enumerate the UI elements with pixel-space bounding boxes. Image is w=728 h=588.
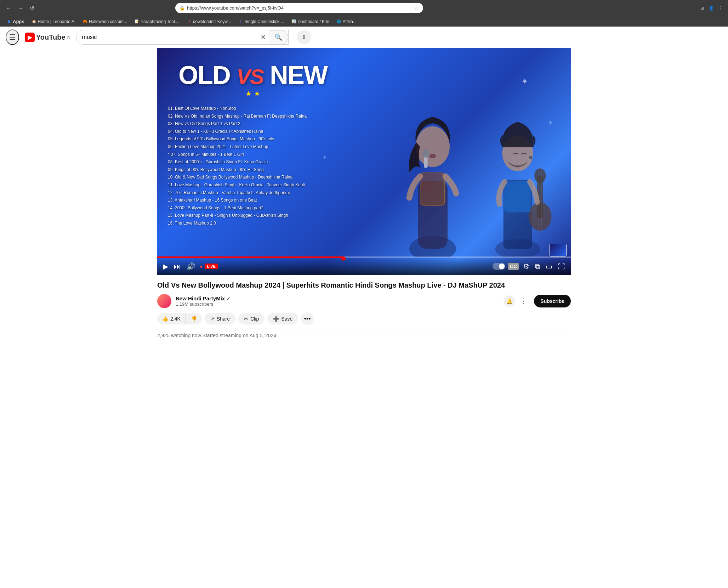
clip-label: Clip bbox=[250, 316, 259, 322]
forward-button[interactable]: → bbox=[16, 4, 25, 12]
affilia-favicon: 🌐 bbox=[336, 19, 341, 24]
back-button[interactable]: ← bbox=[4, 4, 13, 12]
bookmark-leonardo[interactable]: 🏠 Home | Leonardo.Ai bbox=[29, 18, 79, 25]
dashboard-label: Dashboard / Kite bbox=[297, 19, 329, 24]
bookmark-halloween[interactable]: 🎃 Halloween costum... bbox=[80, 18, 130, 25]
reload-button[interactable]: ↺ bbox=[28, 4, 36, 12]
mini-thumbnail-preview bbox=[550, 244, 567, 256]
bookmark-downloader[interactable]: ⬇ downloader: Keyw... bbox=[184, 18, 234, 25]
svg-point-7 bbox=[429, 154, 436, 158]
leonardo-favicon: 🏠 bbox=[32, 19, 36, 24]
bookmark-paraphrasing[interactable]: 📝 Paraphrasing Tool.... bbox=[131, 18, 182, 25]
youtube-page: ☰ ▶ YouTube IN ✕ 🔍 🎙 OLD VS NEW bbox=[0, 27, 728, 347]
candlestick-favicon: 🕯 bbox=[238, 19, 243, 24]
track-06: 06. Feeling Love Mashup 2021 - Latest Lo… bbox=[168, 143, 307, 151]
track-02: 02. New Vs Old Indian Songs Mashup - Raj… bbox=[168, 113, 307, 120]
share-button[interactable]: ↗ Share bbox=[205, 313, 235, 324]
lock-icon: 🔒 bbox=[180, 6, 185, 11]
bookmark-apps[interactable]: ⊞ Apps bbox=[4, 18, 27, 25]
page-content: OLD VS NEW ★ ★ 01. Best Of Love Mashup -… bbox=[152, 48, 576, 347]
watching-info: 2,925 watching now Started streaming on … bbox=[157, 328, 571, 341]
video-stars: ★ ★ bbox=[178, 89, 327, 98]
female-singer-svg bbox=[387, 87, 479, 257]
track-16: 16. The Love Mashup 2.0 bbox=[168, 220, 307, 227]
like-dislike-group: 👍 2.4K 👎 bbox=[157, 313, 202, 324]
skip-button[interactable]: ⏭ bbox=[172, 261, 182, 272]
like-count: 2.4K bbox=[170, 316, 181, 322]
search-input[interactable] bbox=[76, 31, 258, 43]
dashboard-favicon: 📊 bbox=[291, 19, 296, 24]
track-05: 05. Legends of 90's Bollywood Songs Mash… bbox=[168, 135, 307, 143]
sparkle-3: ✦ bbox=[323, 154, 327, 160]
nav-buttons: ← → ↺ bbox=[4, 4, 36, 12]
search-bar: ✕ 🔍 bbox=[76, 30, 289, 45]
track-07: * 07. Songs in 5+ Minutes - 1 Beat 1 Gir… bbox=[168, 151, 307, 159]
menu-icon[interactable]: ⋮ bbox=[717, 4, 724, 12]
apps-label: Apps bbox=[13, 19, 24, 24]
theatre-mode-button[interactable]: ▭ bbox=[544, 261, 554, 272]
youtube-header: ☰ ▶ YouTube IN ✕ 🔍 🎙 bbox=[0, 27, 728, 48]
paraphrasing-label: Paraphrasing Tool.... bbox=[141, 19, 180, 24]
youtube-logo[interactable]: ▶ YouTube IN bbox=[25, 33, 70, 42]
subtitles-button[interactable]: CC bbox=[508, 263, 519, 270]
notification-icon-wrap[interactable]: 🔔 bbox=[504, 295, 515, 307]
channel-avatar[interactable] bbox=[157, 294, 171, 308]
more-dots-icon: ••• bbox=[304, 315, 311, 323]
channel-row: New Hindi PartyMix ✓ 1.19M subscribers 🔔… bbox=[157, 294, 571, 308]
search-submit-button[interactable]: 🔍 bbox=[269, 30, 288, 44]
play-button[interactable]: ▶ bbox=[161, 261, 170, 272]
track-09: 09. Kings of 90's Bollywood Mashup -90's… bbox=[168, 166, 307, 174]
right-controls: CC ⚙ ⧉ ▭ ⛶ bbox=[493, 261, 567, 272]
video-title: Old Vs New Bollywood Mashup 2024 | Super… bbox=[157, 281, 571, 290]
fullscreen-button[interactable]: ⛶ bbox=[557, 261, 567, 272]
track-12: 12. 70's Romantic Mashup - Varsha Tripat… bbox=[168, 189, 307, 197]
volume-button[interactable]: 🔊 bbox=[185, 261, 197, 272]
hamburger-menu-button[interactable]: ☰ bbox=[6, 29, 19, 45]
like-button[interactable]: 👍 2.4K bbox=[157, 313, 186, 324]
address-bar[interactable]: 🔒 https://www.youtube.com/watch?v=_psj5t… bbox=[175, 3, 423, 13]
channel-more-button[interactable]: ⋮ bbox=[518, 296, 530, 306]
halloween-favicon: 🎃 bbox=[83, 19, 87, 24]
track-01: 01. Best Of Love Mashup - NonStop bbox=[168, 105, 307, 113]
video-controls: ▶ ⏭ 🔊 ● LIVE CC ⚙ ⧉ ▭ bbox=[157, 258, 571, 275]
save-button[interactable]: ➕ Save bbox=[267, 313, 298, 324]
youtube-logo-icon: ▶ bbox=[25, 33, 35, 42]
browser-nav-bar: ← → ↺ 🔒 https://www.youtube.com/watch?v=… bbox=[0, 0, 728, 16]
svg-point-6 bbox=[422, 149, 429, 158]
url-text: https://www.youtube.com/watch?v=_psj5t-k… bbox=[187, 5, 412, 11]
channel-buttons: 🔔 ⋮ bbox=[504, 295, 530, 307]
downloader-label: downloader: Keyw... bbox=[193, 19, 231, 24]
voice-search-button[interactable]: 🎙 bbox=[297, 30, 311, 44]
miniplayer-button[interactable]: ⧉ bbox=[534, 261, 541, 272]
search-clear-button[interactable]: ✕ bbox=[258, 33, 269, 41]
video-info: Old Vs New Bollywood Mashup 2024 | Super… bbox=[157, 275, 571, 347]
live-badge: LIVE bbox=[205, 264, 217, 269]
more-actions-button[interactable]: ••• bbox=[301, 312, 314, 325]
profile-icon[interactable]: 👤 bbox=[707, 4, 715, 12]
track-13: 13. Antakshari Mashup - 16 Songs on one … bbox=[168, 197, 307, 204]
star-icon[interactable]: ☆ bbox=[414, 5, 419, 11]
save-label: Save bbox=[281, 316, 292, 322]
channel-info: New Hindi PartyMix ✓ 1.19M subscribers bbox=[176, 295, 499, 307]
dislike-button[interactable]: 👎 bbox=[186, 313, 202, 324]
bookmark-dashboard[interactable]: 📊 Dashboard / Kite bbox=[288, 18, 332, 25]
channel-name-text[interactable]: New Hindi PartyMix bbox=[176, 295, 225, 301]
verified-badge: ✓ bbox=[226, 296, 231, 301]
svg-point-4 bbox=[416, 126, 450, 167]
settings-button[interactable]: ⚙ bbox=[522, 261, 531, 272]
share-icon: ↗ bbox=[210, 316, 215, 322]
clip-button[interactable]: ✂ Clip bbox=[238, 313, 265, 324]
subscribe-button[interactable]: Subscribe bbox=[534, 295, 571, 307]
channel-name: New Hindi PartyMix ✓ bbox=[176, 295, 499, 301]
bookmark-candlestick[interactable]: 🕯 Single Candlestick.... bbox=[235, 18, 287, 25]
apps-favicon: ⊞ bbox=[6, 19, 11, 24]
track-04: 04. Old to New 1 - KuHu Gracia Ft Abhish… bbox=[168, 128, 307, 136]
autoplay-toggle[interactable] bbox=[493, 263, 505, 270]
track-15: 15. Love Mashup Part-II - Singh's Unplug… bbox=[168, 212, 307, 220]
downloader-favicon: ⬇ bbox=[187, 19, 192, 24]
video-player[interactable]: OLD VS NEW ★ ★ 01. Best Of Love Mashup -… bbox=[157, 48, 571, 275]
affilia-label: Affilia... bbox=[343, 19, 357, 24]
extensions-icon[interactable]: ⊞ bbox=[698, 4, 706, 12]
browser-extension-icons: ⊞ 👤 ⋮ bbox=[698, 4, 724, 12]
bookmark-affilia[interactable]: 🌐 Affilia... bbox=[334, 18, 359, 25]
